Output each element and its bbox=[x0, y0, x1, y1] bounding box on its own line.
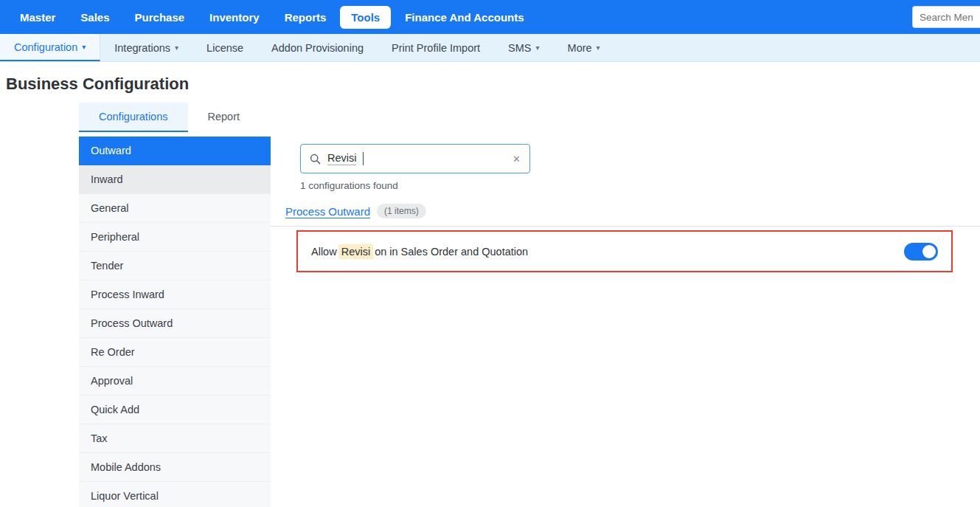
sidebar-item-peripheral[interactable]: Peripheral bbox=[79, 223, 271, 252]
section-link-process-outward[interactable]: Process Outward bbox=[285, 205, 370, 218]
sidebar-item-tax[interactable]: Tax bbox=[79, 424, 271, 453]
sidebar-item-tender[interactable]: Tender bbox=[79, 252, 271, 280]
sidebar-item-outward[interactable]: Outward bbox=[79, 137, 271, 165]
menu-search-input[interactable] bbox=[912, 6, 980, 28]
chevron-down-icon: ▾ bbox=[82, 44, 86, 51]
highlighted-setting-row: AllowRevision in Sales Order and Quotati… bbox=[296, 230, 953, 272]
top-navbar: Master Sales Purchase Inventory Reports … bbox=[0, 0, 980, 34]
config-sidebar: Outward Inward General Peripheral Tender… bbox=[79, 137, 271, 507]
subnav-item-label: License bbox=[206, 42, 243, 54]
chevron-down-icon: ▾ bbox=[597, 44, 600, 52]
results-count: 1 configurations found bbox=[300, 180, 980, 191]
page-title: Business Configuration bbox=[0, 62, 980, 103]
content-area: Outward Inward General Peripheral Tender… bbox=[0, 137, 980, 507]
subnav-item-license[interactable]: License bbox=[192, 34, 257, 61]
sidebar-item-re-order[interactable]: Re Order bbox=[79, 338, 271, 367]
topnav-item-finance-and-accounts[interactable]: Finance And Accounts bbox=[394, 6, 535, 29]
subnav-item-print-profile-import[interactable]: Print Profile Import bbox=[378, 34, 494, 61]
subnav-item-label: Print Profile Import bbox=[392, 42, 480, 54]
tab-report[interactable]: Report bbox=[188, 103, 260, 132]
topnav-item-sales[interactable]: Sales bbox=[69, 6, 120, 29]
subnav-item-configuration[interactable]: Configuration ▾ bbox=[0, 34, 100, 61]
subnav-item-label: Configuration bbox=[14, 41, 77, 53]
subnav-item-sms[interactable]: SMS ▾ bbox=[494, 34, 553, 61]
search-input-value: Revisi bbox=[327, 152, 356, 165]
chevron-down-icon: ▾ bbox=[175, 44, 178, 52]
search-match-highlight: Revisi bbox=[338, 244, 373, 259]
subnav-item-integrations[interactable]: Integrations ▾ bbox=[100, 34, 192, 61]
sub-navbar: Configuration ▾ Integrations ▾ License A… bbox=[0, 34, 980, 62]
tabs-row: Configurations Report bbox=[79, 103, 980, 132]
subnav-item-label: Addon Provisioning bbox=[271, 42, 364, 54]
settings-card: AllowRevision in Sales Order and Quotati… bbox=[271, 226, 980, 272]
setting-text-after: on in Sales Order and Quotation bbox=[375, 246, 528, 258]
sidebar-item-mobile-addons[interactable]: Mobile Addons bbox=[79, 453, 271, 482]
text-cursor bbox=[363, 152, 364, 165]
toggle-knob bbox=[922, 245, 936, 258]
sidebar-item-process-inward[interactable]: Process Inward bbox=[79, 280, 271, 309]
config-main-panel: Revisi ✕ 1 configurations found Process … bbox=[271, 137, 980, 507]
search-icon bbox=[310, 154, 321, 165]
subnav-item-more[interactable]: More ▾ bbox=[554, 34, 614, 61]
items-count-badge: (1 items) bbox=[377, 204, 426, 218]
topnav-item-inventory[interactable]: Inventory bbox=[198, 6, 271, 29]
subnav-item-label: Integrations bbox=[114, 42, 170, 54]
setting-toggle-switch[interactable] bbox=[904, 243, 938, 261]
config-search-input[interactable]: Revisi ✕ bbox=[300, 144, 530, 173]
topnav-item-purchase[interactable]: Purchase bbox=[124, 6, 196, 29]
subnav-item-addon-provisioning[interactable]: Addon Provisioning bbox=[257, 34, 378, 61]
clear-search-icon[interactable]: ✕ bbox=[512, 154, 521, 165]
sidebar-item-approval[interactable]: Approval bbox=[79, 367, 271, 396]
setting-text-before: Allow bbox=[311, 246, 337, 258]
topnav-item-master[interactable]: Master bbox=[9, 6, 66, 29]
setting-label: AllowRevision in Sales Order and Quotati… bbox=[311, 246, 528, 258]
subnav-item-label: More bbox=[568, 42, 592, 54]
sidebar-item-general[interactable]: General bbox=[79, 194, 271, 223]
topnav-item-tools[interactable]: Tools bbox=[340, 6, 391, 29]
chevron-down-icon: ▾ bbox=[536, 44, 540, 52]
sidebar-item-liquor-vertical[interactable]: Liquor Vertical bbox=[79, 482, 271, 507]
subnav-item-label: SMS bbox=[508, 42, 531, 54]
sidebar-item-quick-add[interactable]: Quick Add bbox=[79, 396, 271, 424]
sidebar-item-process-outward[interactable]: Process Outward bbox=[79, 309, 271, 338]
tab-configurations[interactable]: Configurations bbox=[79, 103, 188, 132]
section-header: Process Outward (1 items) bbox=[285, 204, 980, 218]
sidebar-item-inward[interactable]: Inward bbox=[79, 165, 271, 194]
topnav-item-reports[interactable]: Reports bbox=[274, 6, 338, 29]
